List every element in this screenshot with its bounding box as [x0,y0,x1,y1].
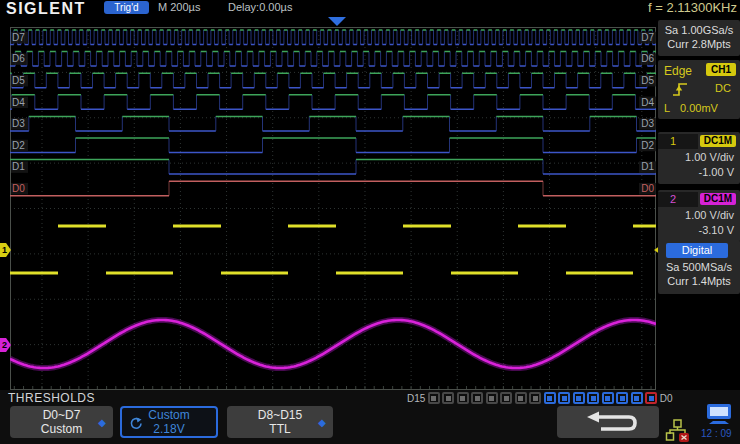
ch2-offset: -3.10 V [699,224,734,236]
trigger-coupling: DC [715,82,731,94]
digital-channel-label-D0: D0 [12,183,25,194]
trigger-source-badge: CH1 [706,63,736,76]
menu-button-line2: TTL [227,422,333,436]
return-arrow-icon [557,406,659,438]
d-strip-box-13 [457,392,469,404]
d-strip-box-1 [631,392,643,404]
channel1-info-box[interactable]: 1 DC1M 1.00 V/div -1.00 V [658,132,740,184]
d-strip-box-10 [500,392,512,404]
ch2-scale: 1.00 V/div [685,209,734,221]
digital-channel-label-D2: D2 [641,140,654,151]
option-diamond-icon: ◆ [318,417,326,428]
d-strip-box-2 [616,392,628,404]
digital-channel-label-D7: D7 [12,32,25,43]
d-strip-box-9 [515,392,527,404]
menu-button-d8-d15[interactable]: D8~D15TTL◆ [227,406,333,438]
digital-channel-label-D5: D5 [12,75,25,86]
screen-capture-icon[interactable] [705,403,733,425]
return-button[interactable] [557,406,659,438]
d-strip-box-3 [602,392,614,404]
d-strip-box-8 [529,392,541,404]
channel2-info-box[interactable]: 2 DC1M 1.00 V/div -3.10 V [658,190,740,242]
d-strip-box-14 [442,392,454,404]
digital-channel-label-D1: D1 [12,161,25,172]
digital-channel-label-D0: D0 [641,183,654,194]
digital-info-box[interactable]: Digital Sa 500MSa/s Curr 1.4Mpts [658,240,740,294]
option-diamond-icon: ◆ [98,417,106,428]
trigger-level-value: 0.00mV [680,102,718,114]
trigger-level-label: L [664,102,670,114]
d-strip-box-12 [471,392,483,404]
d-strip-box-5 [573,392,585,404]
trigger-type: Edge [664,64,692,78]
trigger-status-badge: Trig'd [104,1,149,14]
menu-button-d0-d7[interactable]: D0~D7Custom◆ [10,406,113,438]
rising-edge-icon [670,80,690,98]
network-icon [665,419,691,442]
d-strip-box-7 [544,392,556,404]
d-strip-box-4 [587,392,599,404]
digital-channel-label-D4: D4 [641,97,654,108]
ch2-number: 2 [658,192,698,207]
digital-badge: Digital [666,243,728,258]
menu-bar: THRESHOLDS D15 D0 D0~D7Custom◆Custom2.18… [0,390,740,444]
menu-title: THRESHOLDS [8,391,95,405]
menu-button-custom[interactable]: Custom2.18V [120,406,218,438]
d0-label: D0 [660,393,673,404]
d15-label: D15 [407,393,425,404]
digital-channel-label-D4: D4 [12,97,25,108]
digital-channel-label-D3: D3 [12,118,25,129]
d-strip-box-0 [645,392,657,404]
digital-memory-depth: Curr 1.4Mpts [658,274,740,288]
sample-rate: Sa 1.00GSa/s [658,23,740,37]
clock: 12 : 09 [701,428,732,439]
menu-button-line1: D8~D15 [227,408,333,422]
oscilloscope-screen: SIGLENT Trig'd M 200µs Delay:0.00µs f = … [0,0,740,444]
digital-channel-label-D2: D2 [12,140,25,151]
digital-channel-strip: D15 D0 [407,392,673,404]
siglent-logo: SIGLENT [6,0,86,18]
ch1-scale: 1.00 V/div [685,151,734,163]
digital-channel-label-D6: D6 [12,53,25,64]
memory-depth: Curr 2.8Mpts [658,37,740,51]
waveform-display: D7D7D6D6D5D5D4D4D3D3D2D2D1D1D0D0 [10,27,656,390]
delay-readout: Delay:0.00µs [228,1,292,13]
ch1-number: 1 [658,134,698,149]
frequency-counter: f = 2.11300KHz [648,0,737,15]
d-strip-box-15 [428,392,440,404]
trigger-position-marker[interactable] [328,17,346,26]
digital-sample-rate: Sa 500MSa/s [658,260,740,274]
waveform-svg: D7D7D6D6D5D5D4D4D3D3D2D2D1D1D0D0 [10,27,656,390]
timebase-readout: M 200µs [158,1,200,13]
ch2-coupling-badge: DC1M [700,193,736,205]
trigger-info-box: Edge CH1 DC L 0.00mV [658,60,740,119]
d-strip-box-11 [486,392,498,404]
knob-icon [129,417,142,431]
acquisition-info-box: Sa 1.00GSa/s Curr 2.8Mpts [658,20,740,56]
digital-channel-label-D7: D7 [641,32,654,43]
digital-channel-label-D1: D1 [641,161,654,172]
d-strip-box-6 [558,392,570,404]
digital-channel-label-D3: D3 [641,118,654,129]
ch1-offset: -1.00 V [699,166,734,178]
ch1-coupling-badge: DC1M [700,135,736,147]
digital-channel-label-D5: D5 [641,75,654,86]
digital-channel-label-D6: D6 [641,53,654,64]
